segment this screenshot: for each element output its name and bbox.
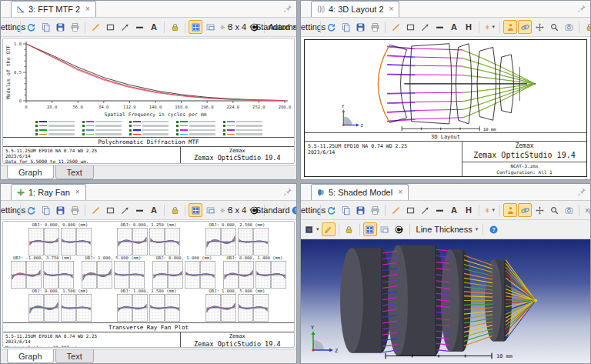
- annotate-arrow-button[interactable]: [118, 20, 132, 34]
- rotate-button[interactable]: [503, 20, 517, 34]
- annotate-dash-button[interactable]: [132, 203, 146, 217]
- settings-button[interactable]: Settings: [303, 20, 317, 34]
- layout-content[interactable]: Y Z 10 mm 3D Layout 5.5-11.25UM EPD10 NA…: [301, 37, 590, 179]
- save-button[interactable]: [53, 203, 67, 217]
- ray-aiming-button[interactable]: ▾: [482, 203, 496, 217]
- svg-text:Modulus of the OTF: Modulus of the OTF: [5, 45, 12, 100]
- annotate-arrow-button[interactable]: [418, 203, 432, 217]
- close-icon[interactable]: ×: [75, 189, 80, 196]
- save-button[interactable]: [353, 20, 367, 34]
- tab-3d-layout[interactable]: 4: 3D Layout 2 ×: [311, 1, 399, 17]
- annotate-arrow-button[interactable]: [118, 203, 132, 217]
- fit-window-button[interactable]: [189, 20, 202, 34]
- pin-icon[interactable]: [282, 3, 293, 14]
- camera-button[interactable]: [562, 20, 576, 34]
- annotate-halt-button[interactable]: H: [462, 203, 476, 217]
- help-button[interactable]: [289, 203, 297, 217]
- annotate-arrow-button[interactable]: [418, 20, 432, 34]
- print-button[interactable]: [368, 20, 382, 34]
- annotate-text-button[interactable]: A: [447, 203, 461, 217]
- print-button[interactable]: [368, 203, 382, 217]
- print-button[interactable]: [68, 20, 82, 34]
- annotate-rectangle-button[interactable]: [403, 20, 417, 34]
- help-button[interactable]: [486, 222, 500, 236]
- settings-button[interactable]: Settings: [3, 20, 17, 34]
- close-icon[interactable]: ×: [85, 5, 90, 13]
- annotate-line-button[interactable]: [389, 20, 402, 34]
- settings-button[interactable]: Settings: [303, 203, 317, 217]
- pan-button[interactable]: [533, 20, 546, 34]
- shaded-model-view[interactable]: Y Z 10 mm: [301, 239, 590, 363]
- view-xy-button[interactable]: X|Y: [583, 203, 591, 217]
- copy-button[interactable]: [339, 20, 352, 34]
- aspect-ratio-button[interactable]: [378, 222, 392, 236]
- pan-button[interactable]: [533, 203, 546, 217]
- refresh-button[interactable]: [24, 203, 38, 217]
- refresh-button[interactable]: [324, 20, 338, 34]
- edge-pen-button[interactable]: [322, 222, 336, 236]
- annotate-text-button[interactable]: A: [147, 20, 161, 34]
- copy-button[interactable]: [339, 203, 352, 217]
- lock-button[interactable]: [168, 20, 182, 34]
- tab-shaded-model[interactable]: 5: Shaded Model ×: [311, 184, 409, 200]
- grid-size-button[interactable]: 3 x 4▾: [232, 203, 246, 217]
- refresh-button[interactable]: [324, 203, 338, 217]
- zoom-button[interactable]: [547, 20, 561, 34]
- shaded-content[interactable]: Y Z 10 mm: [301, 239, 590, 363]
- aspect-ratio-button[interactable]: [203, 203, 217, 217]
- annotate-line-button[interactable]: [389, 203, 402, 217]
- save-button[interactable]: [53, 20, 67, 34]
- pin-icon[interactable]: [282, 186, 293, 197]
- text-tab[interactable]: Text: [55, 349, 94, 363]
- standard-mode-button[interactable]: Standard▾: [268, 203, 282, 217]
- annotate-rectangle-button[interactable]: [103, 203, 117, 217]
- copy-button[interactable]: [38, 203, 52, 217]
- annotate-dash-button[interactable]: [132, 20, 146, 34]
- fit-window-button[interactable]: [363, 222, 377, 236]
- camera-button[interactable]: [562, 203, 576, 217]
- tab-ray-fan[interactable]: 1: Ray Fan ×: [11, 184, 86, 200]
- aspect-ratio-button[interactable]: [203, 20, 217, 34]
- graph-tab[interactable]: Graph: [7, 349, 54, 363]
- orbit-button[interactable]: [518, 203, 532, 217]
- annotate-line-button[interactable]: [88, 203, 102, 217]
- color-swatch-button[interactable]: ▾: [303, 222, 321, 236]
- print-button[interactable]: [68, 203, 82, 217]
- mtf-content[interactable]: 028.056.084.0112.0140.0168.0196.0224.025…: [1, 37, 296, 165]
- lock-button[interactable]: [583, 20, 591, 34]
- lock-button[interactable]: [342, 222, 356, 236]
- annotate-text-button[interactable]: A: [447, 20, 461, 34]
- annotate-rectangle-button[interactable]: [403, 203, 417, 217]
- invert-background-button[interactable]: [392, 222, 406, 236]
- annotate-line-button[interactable]: [88, 20, 102, 34]
- fit-window-button[interactable]: [189, 203, 202, 217]
- grid-size-button[interactable]: 3 x 4▾: [232, 20, 246, 34]
- graph-tab[interactable]: Graph: [7, 165, 54, 179]
- refresh-button[interactable]: [24, 20, 38, 34]
- annotate-rectangle-button[interactable]: [103, 20, 117, 34]
- settings-button[interactable]: Settings: [3, 203, 17, 217]
- rotate-button[interactable]: [503, 203, 517, 217]
- annotate-halt-button[interactable]: H: [462, 20, 476, 34]
- ray-aiming-button[interactable]: ▾: [482, 20, 496, 34]
- legend-entry: [176, 125, 215, 128]
- rayfan-content[interactable]: OBJ: 0.000, 0.000 (mm)OBJ: 0.000, 1.250 …: [1, 220, 296, 349]
- close-icon[interactable]: ×: [389, 5, 394, 13]
- annotate-text-button[interactable]: A: [147, 203, 161, 217]
- annotate-dash-button[interactable]: [432, 203, 446, 217]
- line-thickness-button[interactable]: Line Thickness▾: [413, 222, 480, 236]
- close-icon[interactable]: ×: [398, 189, 402, 196]
- pin-icon[interactable]: [576, 3, 587, 14]
- annotate-dash-button[interactable]: [432, 20, 446, 34]
- zoom-button[interactable]: [547, 203, 561, 217]
- text-tab[interactable]: Text: [55, 165, 94, 179]
- orbit-button[interactable]: [518, 20, 532, 34]
- rayfan-mini-plot: [238, 228, 269, 255]
- automatic-mode-button[interactable]: Automatic▾: [282, 20, 296, 34]
- tab-fft-mtf[interactable]: 3: FFT MTF 2 ×: [11, 1, 96, 17]
- layout-drawing[interactable]: Y Z 10 mm: [305, 40, 586, 132]
- save-button[interactable]: [353, 203, 367, 217]
- pin-icon[interactable]: [576, 186, 587, 197]
- lock-button[interactable]: [168, 203, 182, 217]
- copy-button[interactable]: [38, 20, 52, 34]
